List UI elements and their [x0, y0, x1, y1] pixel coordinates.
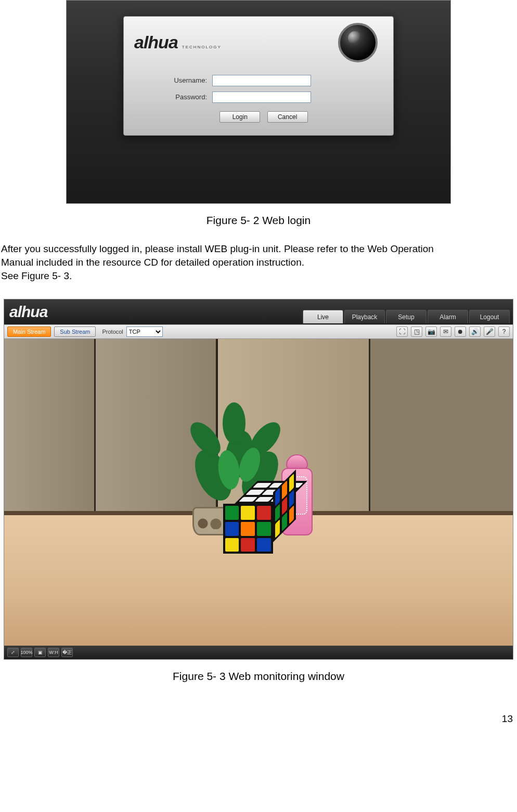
top-header: alhua Live Playback Setup Alarm Logout: [4, 299, 513, 324]
login-form: Username: Password: Login Cancel: [134, 67, 383, 125]
body-line-1: After you successfully logged in, please…: [1, 242, 516, 256]
login-header: alhua TECHNOLOGY: [134, 23, 383, 67]
cancel-button[interactable]: Cancel: [267, 111, 308, 123]
original-icon[interactable]: �正: [61, 648, 73, 657]
username-input[interactable]: [212, 75, 311, 86]
figure-5-2-caption: Figure 5- 2 Web login: [0, 213, 517, 228]
username-label: Username:: [160, 76, 207, 85]
figure-5-3-caption: Figure 5- 3 Web monitoring window: [0, 669, 517, 684]
password-label: Password:: [160, 93, 207, 102]
video-scene: [4, 339, 513, 646]
main-stream-button[interactable]: Main Stream: [7, 326, 51, 337]
live-video-area: 5800Kbps 720*1200: [4, 339, 513, 646]
stream-toolbar: Main Stream Sub Stream Protocol TCP ⛶ ◳ …: [4, 324, 513, 339]
fullwindow-icon[interactable]: ⛶: [396, 326, 408, 337]
rubiks-cube-object: [223, 481, 296, 554]
aspect-ratio-icon[interactable]: W:H: [48, 648, 59, 657]
password-row: Password:: [160, 91, 367, 103]
brand-logo: alhua: [134, 31, 178, 55]
figure-5-3-monitor-screenshot: alhua Live Playback Setup Alarm Logout M…: [4, 299, 513, 660]
tab-playback[interactable]: Playback: [344, 310, 385, 323]
brand-subtext: TECHNOLOGY: [182, 45, 222, 50]
tab-logout[interactable]: Logout: [469, 310, 510, 323]
fullscreen-icon[interactable]: ▣: [34, 648, 46, 657]
protocol-label: Protocol: [102, 328, 123, 336]
snapshot-icon[interactable]: 📷: [425, 326, 437, 337]
brand: alhua TECHNOLOGY: [134, 31, 222, 55]
left-tools: Main Stream Sub Stream Protocol TCP: [7, 326, 163, 337]
password-input[interactable]: [212, 91, 311, 103]
sub-stream-button[interactable]: Sub Stream: [54, 326, 96, 337]
multiwindow-icon[interactable]: ◳: [411, 326, 422, 337]
brand: alhua: [4, 299, 47, 324]
body-line-2: Manual included in the resource CD for d…: [1, 256, 516, 269]
figure-5-2-login-screenshot: alhua TECHNOLOGY Username: Password: Log…: [66, 0, 451, 204]
nav-tabs: Live Playback Setup Alarm Logout: [303, 299, 513, 324]
svg-point-3: [223, 402, 245, 444]
mic-icon[interactable]: 🎤: [484, 326, 495, 337]
help-icon[interactable]: ?: [498, 326, 510, 337]
camera-lens-icon: [338, 23, 378, 62]
login-button-row: Login Cancel: [160, 109, 367, 123]
right-tools: ⛶ ◳ 📷 ✉ ⏺ 🔊 🎤 ?: [396, 326, 510, 337]
tab-alarm[interactable]: Alarm: [428, 310, 468, 323]
speaker-icon[interactable]: 🔊: [469, 326, 481, 337]
body-paragraph: After you successfully logged in, please…: [1, 242, 516, 282]
zoom-100-icon[interactable]: 100%: [21, 648, 32, 657]
zoom-fit-icon[interactable]: ⤢: [7, 648, 19, 657]
login-card: alhua TECHNOLOGY Username: Password: Log…: [123, 16, 394, 136]
login-button[interactable]: Login: [219, 111, 260, 123]
username-row: Username:: [160, 75, 367, 86]
mail-icon[interactable]: ✉: [440, 326, 451, 337]
body-line-3: See Figure 5- 3.: [1, 269, 516, 283]
page-number: 13: [502, 712, 513, 726]
tab-setup[interactable]: Setup: [386, 310, 426, 323]
brand-logo: alhua: [9, 302, 47, 323]
record-icon[interactable]: ⏺: [455, 326, 466, 337]
protocol-select[interactable]: TCP: [126, 326, 163, 337]
tab-live[interactable]: Live: [303, 310, 343, 323]
bottom-toolbar: ⤢ 100% ▣ W:H �正: [4, 646, 513, 659]
